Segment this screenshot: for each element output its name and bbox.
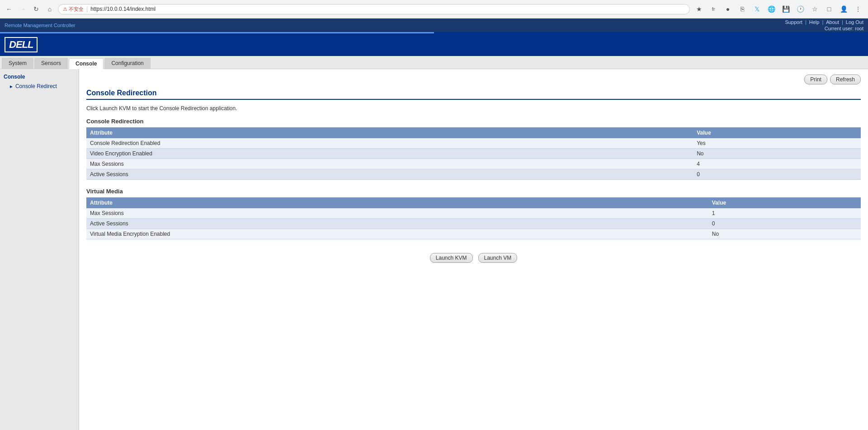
table-cell-value: No [708,229,861,239]
page-title: Console Redirection [86,89,861,100]
save-icon[interactable]: 💾 [779,3,792,15]
virtual-media-table: Attribute Value Max Sessions1Active Sess… [86,197,861,239]
table-row: Console Redirection EnabledYes [86,138,861,149]
table-cell-attribute: Console Redirection Enabled [86,138,693,149]
table-cell-value: 4 [693,159,861,169]
window-icon[interactable]: □ [823,3,835,15]
support-link[interactable]: Support [785,19,802,25]
app-header: Remote Management Controller Support | H… [0,19,868,56]
launch-buttons: Launch KVM Launch VM [86,253,861,263]
virtual-media-section-title: Virtual Media [86,188,861,195]
console-table-attr-header: Attribute [86,127,693,138]
current-user: Current user: root [825,26,863,31]
tab-configuration[interactable]: Configuration [104,58,150,69]
table-cell-attribute: Max Sessions [86,159,693,169]
dell-logo: DELL [5,37,38,52]
table-cell-attribute: Virtual Media Encryption Enabled [86,229,708,239]
table-cell-value: 1 [708,208,861,219]
table-row: Active Sessions0 [86,169,861,180]
launch-vm-button[interactable]: Launch VM [478,253,518,263]
about-link[interactable]: About [826,19,839,25]
twitter-icon[interactable]: 𝕏 [750,3,763,15]
table-cell-value: No [693,149,861,159]
menu-icon[interactable]: ⋮ [852,3,864,15]
table-cell-attribute: Max Sessions [86,208,708,219]
browser-chrome: ← → ↻ ⌂ ⚠ 不安全 | https://10.0.0.14/index.… [0,0,868,19]
browser-toolbar: ← → ↻ ⌂ ⚠ 不安全 | https://10.0.0.14/index.… [0,0,868,18]
sidebar-item-console-redirect[interactable]: ► Console Redirect [0,82,79,91]
sidebar-console-header[interactable]: Console [0,72,79,82]
app-logo-bar: DELL [0,33,868,56]
browser-icons: ★ fr ● ⎘ 𝕏 🌐 💾 🕐 ☆ □ 👤 ⋮ [693,3,864,15]
table-cell-attribute: Active Sessions [86,169,693,180]
table-row: Active Sessions0 [86,219,861,229]
print-button[interactable]: Print [804,75,827,84]
action-buttons-top: Print Refresh [86,75,861,84]
sidebar: Console ► Console Redirect [0,69,79,430]
profile-icon[interactable]: ● [722,3,734,15]
fr-icon[interactable]: fr [707,3,720,15]
header-links: Support | Help | About | Log Out [785,19,863,25]
table-row: Max Sessions4 [86,159,861,169]
sidebar-item-label: Console Redirect [15,83,57,89]
help-link[interactable]: Help [809,19,820,25]
arrow-icon: ► [9,84,14,89]
tab-console[interactable]: Console [69,58,104,69]
forward-button[interactable]: → [17,4,28,14]
console-redirection-table: Attribute Value Console Redirection Enab… [86,127,861,180]
launch-kvm-button[interactable]: Launch KVM [430,253,473,263]
table-cell-value: 0 [708,219,861,229]
address-bar[interactable]: ⚠ 不安全 | https://10.0.0.14/index.html [58,4,690,14]
main-layout: Console ► Console Redirect Print Refresh… [0,69,868,430]
console-redirection-section-title: Console Redirection [86,118,861,125]
table-cell-value: Yes [693,138,861,149]
table-cell-attribute: Active Sessions [86,219,708,229]
extensions-icon[interactable]: ★ [693,3,705,15]
tab-sensors[interactable]: Sensors [34,58,68,69]
table-row: Video Encryption EnabledNo [86,149,861,159]
console-table-value-header: Value [693,127,861,138]
security-warning: ⚠ 不安全 [63,6,84,13]
home-button[interactable]: ⌂ [44,4,55,14]
back-button[interactable]: ← [4,4,14,14]
logout-link[interactable]: Log Out [846,19,863,25]
vm-table-attr-header: Attribute [86,197,708,208]
table-row: Max Sessions1 [86,208,861,219]
description-text: Click Launch KVM to start the Console Re… [86,105,861,112]
table-cell-attribute: Video Encryption Enabled [86,149,693,159]
star-icon[interactable]: ☆ [808,3,821,15]
refresh-button[interactable]: Refresh [830,75,861,84]
vm-table-value-header: Value [708,197,861,208]
table-row: Virtual Media Encryption EnabledNo [86,229,861,239]
globe-icon[interactable]: 🌐 [765,3,778,15]
app-header-top: Remote Management Controller Support | H… [0,19,868,32]
clock-icon[interactable]: 🕐 [794,3,807,15]
user-icon[interactable]: 👤 [837,3,850,15]
app-title: Remote Management Controller [5,23,75,28]
bookmark-icon[interactable]: ⎘ [736,3,749,15]
tab-system[interactable]: System [2,58,33,69]
reload-button[interactable]: ↻ [31,4,42,14]
content-area: Print Refresh Console Redirection Click … [79,69,868,430]
table-cell-value: 0 [693,169,861,180]
nav-tabs: System Sensors Console Configuration [0,56,868,69]
url-text: https://10.0.0.14/index.html [90,6,156,12]
